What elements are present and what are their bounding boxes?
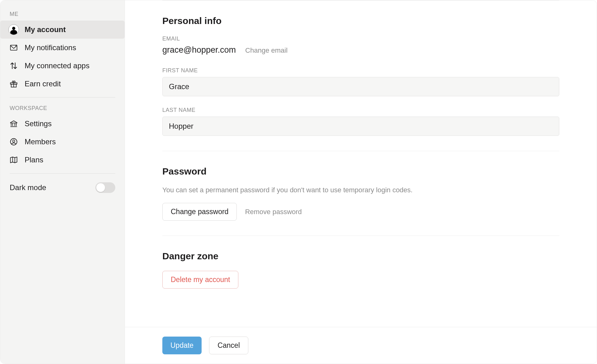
- section-password: Password You can set a permanent passwor…: [162, 151, 559, 236]
- main-panel: Personal info EMAIL grace@hopper.com Cha…: [125, 0, 597, 364]
- user-circle-icon: [8, 136, 19, 147]
- sidebar-item-earn-credit[interactable]: Earn credit: [0, 75, 125, 93]
- avatar-icon: [8, 24, 19, 35]
- sidebar: ME My account My notifications: [0, 0, 125, 364]
- sidebar-item-label: My account: [25, 25, 66, 34]
- map-icon: [8, 155, 19, 165]
- remove-password-link[interactable]: Remove password: [245, 208, 302, 216]
- sidebar-item-members[interactable]: Members: [0, 133, 125, 151]
- envelope-icon: [8, 42, 19, 53]
- first-name-label: FIRST NAME: [162, 67, 559, 74]
- last-name-input[interactable]: [162, 117, 559, 136]
- password-heading: Password: [162, 166, 559, 177]
- sidebar-item-my-connected-apps[interactable]: My connected apps: [0, 57, 125, 75]
- sidebar-divider: [10, 97, 115, 98]
- sidebar-item-plans[interactable]: Plans: [0, 151, 125, 169]
- sidebar-item-label: Earn credit: [25, 79, 61, 88]
- section-danger-zone: Danger zone Delete my account: [162, 236, 559, 304]
- change-password-button[interactable]: Change password: [162, 203, 237, 221]
- change-email-link[interactable]: Change email: [245, 46, 288, 55]
- sidebar-section-me: ME: [0, 8, 125, 21]
- update-button[interactable]: Update: [162, 337, 202, 354]
- sidebar-divider: [10, 173, 115, 174]
- toggle-knob: [96, 183, 105, 192]
- password-description: You can set a permanent password if you …: [162, 186, 559, 194]
- email-label: EMAIL: [162, 36, 559, 42]
- sidebar-item-label: Members: [25, 137, 56, 146]
- section-personal-info: Personal info EMAIL grace@hopper.com Cha…: [162, 0, 559, 151]
- dark-mode-toggle[interactable]: [95, 182, 115, 193]
- dark-mode-label: Dark mode: [10, 183, 46, 192]
- svg-point-5: [13, 140, 15, 142]
- arrows-up-down-icon: [8, 60, 19, 71]
- danger-zone-heading: Danger zone: [162, 251, 559, 261]
- last-name-label: LAST NAME: [162, 107, 559, 113]
- bank-icon: [8, 118, 19, 129]
- gift-icon: [8, 79, 19, 89]
- sidebar-item-label: My notifications: [25, 43, 76, 52]
- content-scroll[interactable]: Personal info EMAIL grace@hopper.com Cha…: [125, 0, 597, 327]
- first-name-input[interactable]: [162, 77, 559, 96]
- svg-point-1: [15, 45, 17, 46]
- sidebar-item-my-account[interactable]: My account: [0, 21, 125, 39]
- sidebar-item-label: Settings: [25, 119, 52, 128]
- cancel-button[interactable]: Cancel: [209, 337, 248, 354]
- email-value: grace@hopper.com: [162, 45, 236, 55]
- personal-info-heading: Personal info: [162, 16, 559, 26]
- app-frame: ME My account My notifications: [0, 0, 597, 364]
- sidebar-item-label: My connected apps: [25, 61, 89, 70]
- sidebar-item-label: Plans: [25, 156, 43, 164]
- sidebar-item-settings[interactable]: Settings: [0, 115, 125, 133]
- footer-bar: Update Cancel: [125, 327, 597, 364]
- dark-mode-row: Dark mode: [0, 178, 125, 197]
- delete-account-button[interactable]: Delete my account: [162, 271, 238, 289]
- sidebar-section-workspace: WORKSPACE: [0, 102, 125, 115]
- sidebar-item-my-notifications[interactable]: My notifications: [0, 39, 125, 57]
